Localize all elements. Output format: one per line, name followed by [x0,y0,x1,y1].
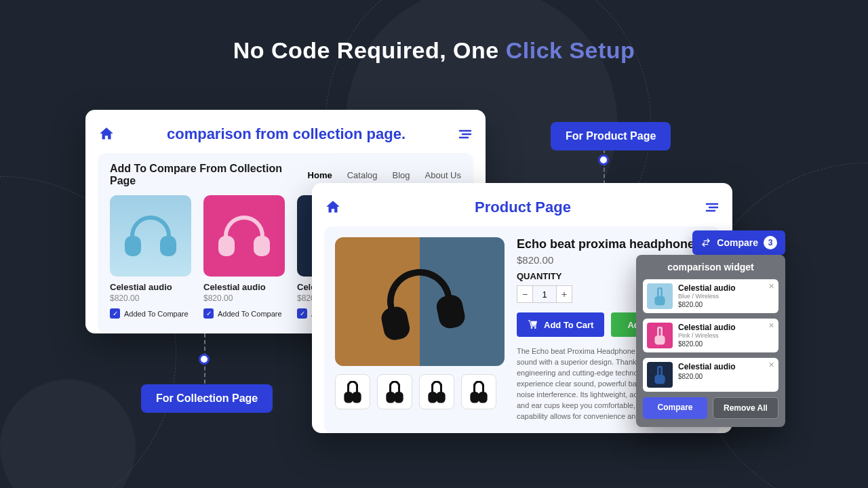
nav-about[interactable]: About Us [425,170,461,180]
nav-blog[interactable]: Blog [392,170,410,180]
product-image [110,195,191,277]
connector-dot [598,155,609,165]
cart-icon [528,319,538,330]
widget-title: comparison widget [643,262,778,272]
widget-thumb [647,283,673,309]
collection-nav: Home Catalog Blog About Us [308,170,461,180]
for-product-page-button[interactable]: For Product Page [551,122,671,150]
collection-subtitle: Add To Compare From Collection Page [110,163,308,187]
connector-dot [199,354,210,365]
nav-home[interactable]: Home [308,170,332,180]
compare-checkbox[interactable]: ✓ [297,308,307,319]
comparison-widget: comparison widget Celestial audioBlue / … [636,255,785,427]
compare-checkbox[interactable]: ✓ [203,308,214,319]
qty-decrease-button[interactable]: − [517,285,533,303]
widget-item: Celestial audioBlue / Wireless$820.00 ✕ [643,279,778,313]
nav-catalog[interactable]: Catalog [347,170,378,180]
home-icon[interactable] [324,199,342,216]
product-thumbnail[interactable] [419,374,454,409]
menu-icon[interactable] [704,199,720,216]
add-to-cart-button[interactable]: Add To Cart [517,312,604,337]
compare-count-badge: 3 [764,236,777,249]
widget-remove-icon[interactable]: ✕ [768,321,774,330]
qty-increase-button[interactable]: + [556,285,572,303]
for-collection-page-button[interactable]: For Collection Page [141,384,273,413]
compare-floating-button[interactable]: Compare 3 [692,230,785,255]
menu-icon[interactable] [457,126,473,142]
product-name: Celestial audio [110,282,191,292]
headline: No Code Required, One Click Setup [0,37,868,64]
product-thumbnail[interactable] [377,374,412,409]
product-name: Celestial audio [203,282,285,292]
product-price: $820.00 [203,293,285,303]
widget-remove-all-button[interactable]: Remove All [713,397,778,419]
product-thumbnail[interactable] [335,374,370,409]
compare-checkbox[interactable]: ✓ [110,308,120,319]
product-card[interactable]: Celestial audio $820.00 ✓Added To Compar… [203,195,285,319]
widget-compare-button[interactable]: Compare [643,397,707,419]
swap-icon [701,237,711,248]
widget-thumb [647,323,673,348]
widget-item: Celestial audioPink / Wireless$820.00 ✕ [643,319,778,352]
widget-thumb [647,362,673,388]
widget-item: Celestial audio$820.00 ✕ [643,358,778,392]
product-card[interactable]: Celestial audio $820.00 ✓Added To Compar… [110,195,191,319]
collection-title: comparison from collection page. [125,125,448,143]
home-icon[interactable] [98,125,115,143]
product-price: $820.00 [110,293,191,303]
widget-remove-icon[interactable]: ✕ [768,282,774,291]
product-title: Echo beat proxima headphone [517,237,709,251]
product-image [203,195,285,277]
product-page-title: Product Page [351,199,694,216]
product-main-image [335,237,505,366]
compare-status: Added To Compare [218,310,282,318]
product-thumbnail[interactable] [461,374,496,409]
compare-status: Added To Compare [124,310,189,318]
widget-remove-icon[interactable]: ✕ [768,361,774,369]
qty-value: 1 [533,285,556,303]
